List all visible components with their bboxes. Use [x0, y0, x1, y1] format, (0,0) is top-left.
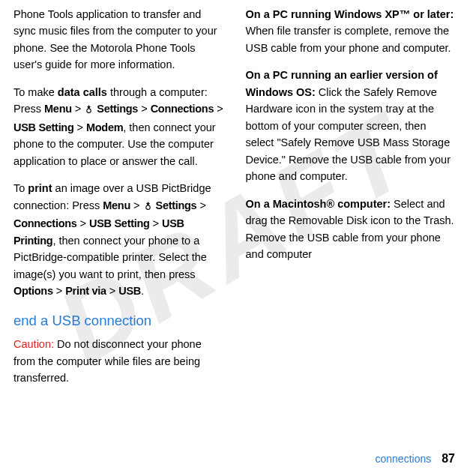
- text: Click the Safely Remove Hardware icon in…: [246, 86, 451, 182]
- datacalls-paragraph: To make data calls through a computer: P…: [13, 84, 225, 169]
- mac-paragraph: On a Macintosh® computer: Select and dra…: [246, 196, 457, 263]
- text: To: [13, 182, 28, 194]
- page-content: Phone Tools application to transfer and …: [0, 0, 470, 436]
- page-footer: connections87: [375, 452, 455, 466]
- gt: >: [199, 199, 205, 211]
- print-via-label: Print via: [65, 285, 106, 297]
- options-label: Options: [13, 285, 53, 297]
- mac-bold: On a Macintosh® computer:: [246, 198, 391, 210]
- print-bold: print: [28, 182, 52, 194]
- text: .: [141, 285, 144, 297]
- earlier-paragraph: On a PC running an earlier version of Wi…: [246, 67, 457, 184]
- gt: >: [80, 217, 86, 229]
- connections-label: Connections: [151, 103, 214, 115]
- right-column: On a PC running Windows XP™ or later: Wh…: [246, 6, 457, 436]
- xp-bold: On a PC running Windows XP™ or later:: [246, 8, 454, 20]
- svg-point-1: [145, 205, 149, 209]
- gt: >: [133, 199, 139, 211]
- settings-icon: [143, 199, 153, 215]
- settings-label: Settings: [156, 199, 197, 211]
- connections-label: Connections: [13, 217, 77, 229]
- gt: >: [153, 217, 159, 229]
- gt: >: [56, 285, 62, 297]
- settings-label: Settings: [97, 103, 138, 115]
- section-heading: end a USB connection: [13, 310, 225, 332]
- print-paragraph: To print an image over a USB PictBridge …: [13, 180, 225, 299]
- modem-label: Modem: [86, 121, 123, 133]
- caution-paragraph: Caution: Do not disconnect your phone fr…: [13, 336, 225, 386]
- gt: >: [141, 103, 147, 115]
- gt: >: [109, 285, 115, 297]
- data-calls-bold: data calls: [58, 86, 107, 98]
- footer-section-label: connections: [375, 453, 431, 465]
- usb-setting-label: USB Setting: [13, 121, 73, 133]
- text: When file transfer is complete, remove t…: [246, 25, 451, 53]
- menu-label: Menu: [103, 199, 130, 211]
- footer-page-number: 87: [442, 452, 455, 465]
- gt: >: [217, 103, 223, 115]
- gt: >: [77, 121, 83, 133]
- settings-icon: [84, 102, 94, 118]
- text: To make: [13, 86, 58, 98]
- usb-setting-label: USB Setting: [89, 217, 149, 229]
- gt: >: [75, 103, 81, 115]
- intro-paragraph: Phone Tools application to transfer and …: [13, 6, 225, 73]
- xp-paragraph: On a PC running Windows XP™ or later: Wh…: [246, 6, 457, 56]
- svg-point-0: [87, 109, 91, 112]
- usb-label: USB: [118, 285, 141, 297]
- menu-label: Menu: [44, 103, 72, 115]
- left-column: Phone Tools application to transfer and …: [13, 6, 225, 436]
- caution-label: Caution:: [13, 338, 54, 350]
